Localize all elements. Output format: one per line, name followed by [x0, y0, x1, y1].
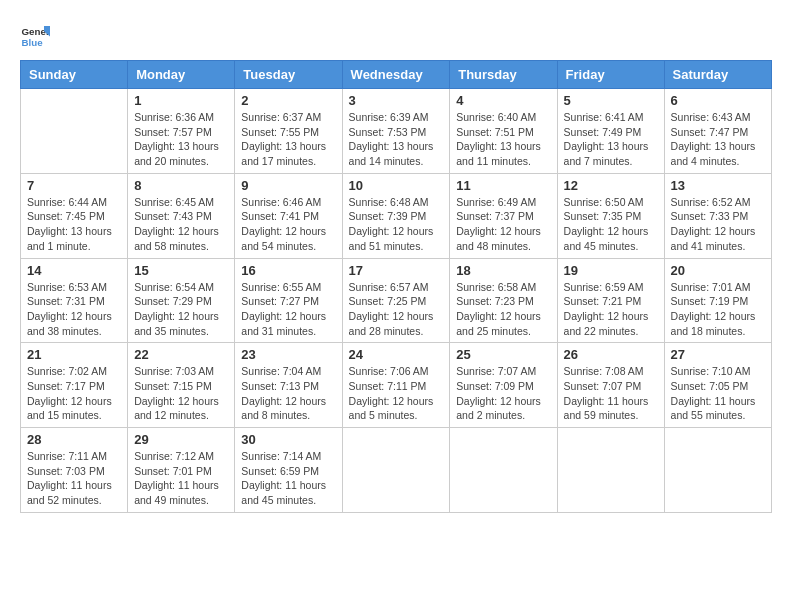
day-header-sunday: Sunday: [21, 61, 128, 89]
day-info: Sunrise: 6:39 AM Sunset: 7:53 PM Dayligh…: [349, 110, 444, 169]
day-info: Sunrise: 6:48 AM Sunset: 7:39 PM Dayligh…: [349, 195, 444, 254]
day-number: 12: [564, 178, 658, 193]
day-info: Sunrise: 7:12 AM Sunset: 7:01 PM Dayligh…: [134, 449, 228, 508]
day-number: 9: [241, 178, 335, 193]
calendar-cell: 6Sunrise: 6:43 AM Sunset: 7:47 PM Daylig…: [664, 89, 771, 174]
day-number: 13: [671, 178, 765, 193]
day-info: Sunrise: 6:37 AM Sunset: 7:55 PM Dayligh…: [241, 110, 335, 169]
day-number: 8: [134, 178, 228, 193]
day-number: 18: [456, 263, 550, 278]
day-number: 30: [241, 432, 335, 447]
logo-icon: General Blue: [20, 20, 50, 50]
calendar-cell: 3Sunrise: 6:39 AM Sunset: 7:53 PM Daylig…: [342, 89, 450, 174]
calendar-cell: 1Sunrise: 6:36 AM Sunset: 7:57 PM Daylig…: [128, 89, 235, 174]
calendar-cell: 22Sunrise: 7:03 AM Sunset: 7:15 PM Dayli…: [128, 343, 235, 428]
day-number: 24: [349, 347, 444, 362]
day-number: 23: [241, 347, 335, 362]
day-info: Sunrise: 7:04 AM Sunset: 7:13 PM Dayligh…: [241, 364, 335, 423]
svg-text:Blue: Blue: [22, 37, 44, 48]
calendar-cell: 7Sunrise: 6:44 AM Sunset: 7:45 PM Daylig…: [21, 173, 128, 258]
day-number: 15: [134, 263, 228, 278]
calendar-cell: 11Sunrise: 6:49 AM Sunset: 7:37 PM Dayli…: [450, 173, 557, 258]
day-info: Sunrise: 7:03 AM Sunset: 7:15 PM Dayligh…: [134, 364, 228, 423]
calendar-cell: 27Sunrise: 7:10 AM Sunset: 7:05 PM Dayli…: [664, 343, 771, 428]
day-number: 29: [134, 432, 228, 447]
day-header-friday: Friday: [557, 61, 664, 89]
day-number: 16: [241, 263, 335, 278]
day-header-thursday: Thursday: [450, 61, 557, 89]
calendar-cell: 29Sunrise: 7:12 AM Sunset: 7:01 PM Dayli…: [128, 428, 235, 513]
day-number: 3: [349, 93, 444, 108]
day-number: 27: [671, 347, 765, 362]
calendar-cell: 13Sunrise: 6:52 AM Sunset: 7:33 PM Dayli…: [664, 173, 771, 258]
calendar-cell: 26Sunrise: 7:08 AM Sunset: 7:07 PM Dayli…: [557, 343, 664, 428]
calendar-cell: 25Sunrise: 7:07 AM Sunset: 7:09 PM Dayli…: [450, 343, 557, 428]
day-info: Sunrise: 6:50 AM Sunset: 7:35 PM Dayligh…: [564, 195, 658, 254]
day-info: Sunrise: 6:53 AM Sunset: 7:31 PM Dayligh…: [27, 280, 121, 339]
day-info: Sunrise: 6:55 AM Sunset: 7:27 PM Dayligh…: [241, 280, 335, 339]
day-info: Sunrise: 6:49 AM Sunset: 7:37 PM Dayligh…: [456, 195, 550, 254]
calendar-cell: [664, 428, 771, 513]
day-info: Sunrise: 6:43 AM Sunset: 7:47 PM Dayligh…: [671, 110, 765, 169]
day-number: 25: [456, 347, 550, 362]
calendar-cell: 12Sunrise: 6:50 AM Sunset: 7:35 PM Dayli…: [557, 173, 664, 258]
day-number: 1: [134, 93, 228, 108]
day-info: Sunrise: 7:01 AM Sunset: 7:19 PM Dayligh…: [671, 280, 765, 339]
day-number: 26: [564, 347, 658, 362]
day-number: 5: [564, 93, 658, 108]
day-info: Sunrise: 6:36 AM Sunset: 7:57 PM Dayligh…: [134, 110, 228, 169]
week-row-2: 7Sunrise: 6:44 AM Sunset: 7:45 PM Daylig…: [21, 173, 772, 258]
day-number: 20: [671, 263, 765, 278]
calendar-cell: 21Sunrise: 7:02 AM Sunset: 7:17 PM Dayli…: [21, 343, 128, 428]
day-number: 4: [456, 93, 550, 108]
day-header-wednesday: Wednesday: [342, 61, 450, 89]
calendar-cell: 15Sunrise: 6:54 AM Sunset: 7:29 PM Dayli…: [128, 258, 235, 343]
calendar-cell: 28Sunrise: 7:11 AM Sunset: 7:03 PM Dayli…: [21, 428, 128, 513]
day-info: Sunrise: 7:11 AM Sunset: 7:03 PM Dayligh…: [27, 449, 121, 508]
day-info: Sunrise: 6:46 AM Sunset: 7:41 PM Dayligh…: [241, 195, 335, 254]
calendar-cell: 4Sunrise: 6:40 AM Sunset: 7:51 PM Daylig…: [450, 89, 557, 174]
day-info: Sunrise: 6:58 AM Sunset: 7:23 PM Dayligh…: [456, 280, 550, 339]
day-number: 10: [349, 178, 444, 193]
calendar-cell: 30Sunrise: 7:14 AM Sunset: 6:59 PM Dayli…: [235, 428, 342, 513]
day-number: 17: [349, 263, 444, 278]
calendar-cell: 10Sunrise: 6:48 AM Sunset: 7:39 PM Dayli…: [342, 173, 450, 258]
week-row-1: 1Sunrise: 6:36 AM Sunset: 7:57 PM Daylig…: [21, 89, 772, 174]
day-number: 11: [456, 178, 550, 193]
calendar-cell: 5Sunrise: 6:41 AM Sunset: 7:49 PM Daylig…: [557, 89, 664, 174]
day-info: Sunrise: 6:57 AM Sunset: 7:25 PM Dayligh…: [349, 280, 444, 339]
logo: General Blue: [20, 20, 52, 50]
calendar-cell: 18Sunrise: 6:58 AM Sunset: 7:23 PM Dayli…: [450, 258, 557, 343]
calendar-cell: 9Sunrise: 6:46 AM Sunset: 7:41 PM Daylig…: [235, 173, 342, 258]
day-info: Sunrise: 6:44 AM Sunset: 7:45 PM Dayligh…: [27, 195, 121, 254]
day-info: Sunrise: 6:52 AM Sunset: 7:33 PM Dayligh…: [671, 195, 765, 254]
day-info: Sunrise: 7:10 AM Sunset: 7:05 PM Dayligh…: [671, 364, 765, 423]
day-number: 21: [27, 347, 121, 362]
calendar-cell: 23Sunrise: 7:04 AM Sunset: 7:13 PM Dayli…: [235, 343, 342, 428]
day-info: Sunrise: 6:59 AM Sunset: 7:21 PM Dayligh…: [564, 280, 658, 339]
day-number: 22: [134, 347, 228, 362]
calendar-cell: 2Sunrise: 6:37 AM Sunset: 7:55 PM Daylig…: [235, 89, 342, 174]
calendar-cell: 14Sunrise: 6:53 AM Sunset: 7:31 PM Dayli…: [21, 258, 128, 343]
calendar-cell: [450, 428, 557, 513]
day-header-saturday: Saturday: [664, 61, 771, 89]
calendar-cell: 24Sunrise: 7:06 AM Sunset: 7:11 PM Dayli…: [342, 343, 450, 428]
day-number: 28: [27, 432, 121, 447]
calendar-cell: [557, 428, 664, 513]
calendar-cell: 8Sunrise: 6:45 AM Sunset: 7:43 PM Daylig…: [128, 173, 235, 258]
day-header-monday: Monday: [128, 61, 235, 89]
calendar-cell: 20Sunrise: 7:01 AM Sunset: 7:19 PM Dayli…: [664, 258, 771, 343]
calendar-cell: 17Sunrise: 6:57 AM Sunset: 7:25 PM Dayli…: [342, 258, 450, 343]
day-info: Sunrise: 6:54 AM Sunset: 7:29 PM Dayligh…: [134, 280, 228, 339]
day-header-tuesday: Tuesday: [235, 61, 342, 89]
day-number: 14: [27, 263, 121, 278]
day-number: 19: [564, 263, 658, 278]
day-info: Sunrise: 7:02 AM Sunset: 7:17 PM Dayligh…: [27, 364, 121, 423]
days-header-row: SundayMondayTuesdayWednesdayThursdayFrid…: [21, 61, 772, 89]
week-row-4: 21Sunrise: 7:02 AM Sunset: 7:17 PM Dayli…: [21, 343, 772, 428]
day-number: 2: [241, 93, 335, 108]
calendar-cell: [21, 89, 128, 174]
day-info: Sunrise: 6:41 AM Sunset: 7:49 PM Dayligh…: [564, 110, 658, 169]
day-info: Sunrise: 7:07 AM Sunset: 7:09 PM Dayligh…: [456, 364, 550, 423]
calendar-cell: 19Sunrise: 6:59 AM Sunset: 7:21 PM Dayli…: [557, 258, 664, 343]
